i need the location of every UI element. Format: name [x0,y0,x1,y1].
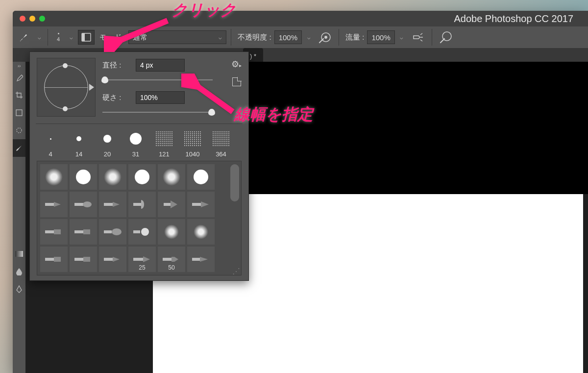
flow-label: 流量 : [345,33,364,42]
svg-rect-21 [133,230,140,233]
brush-preset-cell[interactable] [70,247,97,272]
svg-point-10 [83,201,92,207]
brush-preset-cell[interactable] [128,192,156,217]
svg-rect-18 [83,229,90,234]
brush-preset-item[interactable]: 31 [123,130,148,158]
svg-rect-26 [83,257,90,262]
brush-angle-control[interactable] [37,58,96,117]
opacity-input[interactable]: 100% [274,30,302,44]
svg-point-20 [112,228,122,235]
annotation-arrow-click [104,18,172,52]
svg-line-31 [111,21,168,44]
brush-preset-item[interactable]: 1040 [180,130,205,158]
hardness-label: 硬さ : [102,93,131,102]
brush-preset-cell[interactable]: 50 [158,247,185,272]
svg-rect-11 [104,203,113,206]
tool-eyedropper[interactable] [13,69,25,86]
zoom-window-button[interactable] [39,16,45,22]
annotation-arrow-line-width [181,74,240,118]
svg-rect-9 [74,203,83,206]
minimize-window-button[interactable] [29,16,35,22]
preset-grid-scrollbar[interactable] [230,164,239,201]
svg-rect-19 [104,230,112,233]
tool-crop[interactable] [13,86,25,104]
tool-brush-active[interactable] [13,139,25,157]
window-controls [13,16,45,22]
tool-spot-heal[interactable] [13,122,25,139]
svg-rect-17 [74,230,83,233]
svg-point-22 [141,228,149,236]
svg-rect-14 [192,203,201,206]
brush-preset-cell[interactable] [70,219,97,245]
tool-frame[interactable] [13,104,25,122]
brush-preset-item[interactable]: 14 [66,130,92,158]
tool-preset-dropdown[interactable]: ⌵ [35,30,43,45]
titlebar[interactable]: Adobe Photoshop CC 2017 [13,11,588,26]
svg-line-32 [189,80,233,112]
brush-preset-cell[interactable] [187,247,215,272]
svg-rect-28 [133,258,143,261]
brush-preset-cell[interactable]: 25 [128,247,156,272]
close-window-button[interactable] [20,16,25,22]
brush-preset-cell[interactable] [99,219,126,245]
svg-rect-1 [82,33,85,41]
svg-rect-5 [16,110,22,116]
pressure-opacity-button[interactable] [316,30,334,45]
svg-point-3 [324,36,327,39]
options-bar: ⌵ 4 ⌵ モード : 通常 ⌵ 不透明度 : 100% ⌵ 流量 : 100%… [13,26,588,48]
brush-preset-cell[interactable] [158,192,185,217]
brush-preset-cell[interactable] [187,164,215,190]
brush-preset-cell[interactable] [40,192,68,217]
pressure-size-button[interactable] [437,30,455,45]
brush-preset-cell[interactable] [40,247,68,272]
brush-preset-cell[interactable] [99,164,126,190]
hardness-input[interactable]: 100% [136,91,185,104]
tool-gradient[interactable] [13,245,25,263]
brush-preset-cell[interactable] [128,164,156,190]
svg-rect-29 [163,258,172,261]
opacity-dropdown[interactable]: ⌵ [305,30,313,45]
toolbar: ›› [13,62,25,373]
brush-preset-cell[interactable] [158,164,185,190]
airbrush-button[interactable] [409,30,427,45]
tool-icon-brush[interactable] [16,30,32,45]
brush-preset-dropdown[interactable]: ⌵ [67,30,75,45]
brush-preset-item[interactable]: 121 [151,130,177,158]
svg-rect-7 [15,251,23,257]
desktop-background [0,0,13,373]
flow-dropdown[interactable]: ⌵ [398,30,406,45]
brush-preset-cell[interactable] [70,192,97,217]
expand-toolbar-icon[interactable]: ›› [18,64,21,69]
flow-input[interactable]: 100% [367,30,394,44]
brush-preset-item[interactable]: 4 [38,130,63,158]
brush-preset-cell[interactable] [158,219,185,245]
brush-preset-preview[interactable]: 4 [52,28,64,46]
svg-rect-13 [164,203,171,206]
svg-point-6 [17,128,22,133]
brush-preset-cell[interactable] [99,192,126,217]
tool-blur[interactable] [13,263,25,280]
brush-preset-cell[interactable] [40,164,68,190]
gear-icon[interactable]: ⚙▸ [231,59,242,70]
svg-rect-16 [54,229,61,234]
diameter-label: 直径 : [102,61,131,70]
chevron-down-icon: ⌵ [219,34,222,41]
brush-preset-item[interactable]: 364 [208,130,234,158]
diameter-input[interactable]: 4 px [136,59,185,72]
brush-preset-item[interactable]: 20 [95,130,120,158]
brush-preset-cell[interactable] [187,219,215,245]
resize-grip-icon[interactable]: ⋰ [232,269,239,274]
brush-preset-cell[interactable] [187,192,215,217]
svg-rect-8 [45,203,54,206]
brush-preset-cell[interactable] [70,164,97,190]
svg-rect-23 [45,258,54,261]
tool-pen[interactable] [13,280,25,298]
svg-rect-12 [133,203,141,206]
brush-preset-grid: 25 50 ⋰ [37,161,242,275]
brush-preset-cell[interactable] [40,219,68,245]
svg-rect-15 [45,230,54,233]
toggle-brush-panel-button[interactable] [78,30,95,45]
brush-preset-cell[interactable] [99,247,126,272]
brush-preset-cell[interactable] [128,219,156,245]
svg-rect-24 [54,257,61,262]
